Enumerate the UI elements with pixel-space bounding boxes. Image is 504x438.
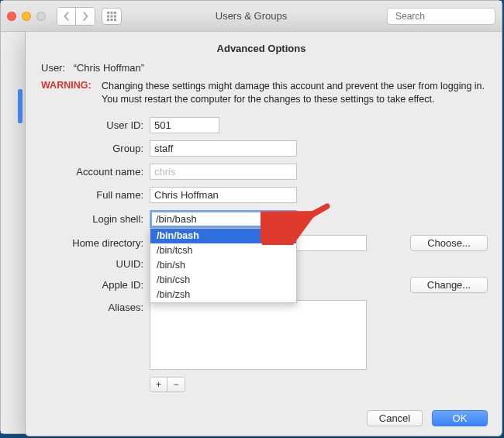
warning-text: Changing these settings might damage thi… <box>102 80 488 106</box>
full-name-input[interactable] <box>150 187 297 203</box>
label-full-name: Full name: <box>41 189 150 201</box>
label-uuid: UUID: <box>41 258 150 270</box>
user-name: “Chris Hoffman” <box>74 62 145 74</box>
login-shell-combo-wrap: ▾ /bin/bash /bin/tcsh /bin/sh /bin/csh /… <box>150 210 297 228</box>
close-window-button[interactable] <box>7 12 16 21</box>
row-plus-minus: + − <box>41 377 488 392</box>
label-user-id: User ID: <box>41 119 150 131</box>
minimize-window-button[interactable] <box>22 12 31 21</box>
aliases-add-remove: + − <box>150 377 185 392</box>
login-shell-dropdown-button[interactable]: ▾ <box>281 212 295 226</box>
aliases-list[interactable] <box>150 300 367 370</box>
login-shell-option[interactable]: /bin/sh <box>150 258 296 273</box>
sheet-title: Advanced Options <box>35 43 488 54</box>
user-label: User: <box>41 62 71 74</box>
svg-rect-4 <box>111 15 113 17</box>
label-aliases: Aliases: <box>41 300 150 313</box>
user-id-input[interactable] <box>150 117 219 133</box>
chevron-down-icon: ▾ <box>287 215 291 222</box>
account-name-input <box>150 164 297 180</box>
row-login-shell: Login shell: ▾ /bin/bash /bin/tcsh /bin/… <box>41 210 488 228</box>
form: User ID: Group: Account name: Full name:… <box>41 117 488 392</box>
change-apple-id-button[interactable]: Change... <box>410 277 488 293</box>
label-login-shell: Login shell: <box>41 213 150 225</box>
label-group: Group: <box>41 143 150 154</box>
svg-rect-8 <box>114 19 116 21</box>
show-all-button[interactable] <box>102 8 122 25</box>
user-line: User: “Chris Hoffman” <box>41 62 488 74</box>
login-shell-dropdown: /bin/bash /bin/tcsh /bin/sh /bin/csh /bi… <box>150 228 297 303</box>
row-group: Group: <box>41 140 488 157</box>
remove-alias-button[interactable]: − <box>167 378 185 391</box>
svg-rect-2 <box>114 12 116 14</box>
svg-rect-7 <box>111 19 113 21</box>
login-shell-combo[interactable] <box>150 210 297 228</box>
svg-rect-5 <box>114 15 116 17</box>
choose-home-directory-button[interactable]: Choose... <box>410 235 488 251</box>
window-controls <box>7 12 46 21</box>
nav-forward-button[interactable] <box>76 8 95 25</box>
login-shell-option[interactable]: /bin/zsh <box>150 288 296 302</box>
group-input[interactable] <box>150 140 297 157</box>
svg-rect-6 <box>107 19 109 21</box>
nav-back-forward <box>57 7 95 26</box>
titlebar: Users & Groups <box>1 1 502 32</box>
warning-label: WARNING: <box>41 80 95 106</box>
login-shell-option[interactable]: /bin/bash <box>150 229 296 243</box>
label-apple-id: Apple ID: <box>41 279 150 291</box>
sheet-footer: Cancel OK <box>367 410 488 426</box>
svg-rect-1 <box>111 12 113 14</box>
warning-block: WARNING: Changing these settings might d… <box>41 80 488 106</box>
sidebar-selection-indicator <box>18 89 22 123</box>
label-home-directory: Home directory: <box>41 237 150 249</box>
row-full-name: Full name: <box>41 187 488 203</box>
cancel-button[interactable]: Cancel <box>367 410 423 426</box>
advanced-options-sheet: Advanced Options User: “Chris Hoffman” W… <box>25 31 502 436</box>
row-user-id: User ID: <box>41 117 488 133</box>
row-aliases: Aliases: <box>41 300 488 370</box>
login-shell-option[interactable]: /bin/csh <box>150 273 296 288</box>
search-field-wrap[interactable] <box>387 8 495 25</box>
ok-button[interactable]: OK <box>432 410 488 426</box>
login-shell-option[interactable]: /bin/tcsh <box>150 243 296 258</box>
nav-back-button[interactable] <box>57 8 76 25</box>
search-input[interactable] <box>395 11 504 22</box>
svg-rect-3 <box>107 15 109 17</box>
add-alias-button[interactable]: + <box>150 378 167 391</box>
row-account-name: Account name: <box>41 164 488 180</box>
maximize-window-button <box>36 12 46 21</box>
label-account-name: Account name: <box>41 166 150 178</box>
svg-rect-0 <box>107 12 109 14</box>
